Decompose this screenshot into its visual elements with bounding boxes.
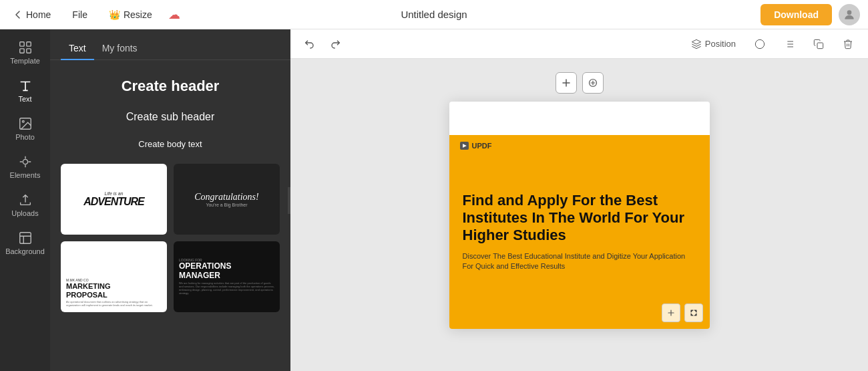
operations-body-text: We are looking for managing activities t…: [179, 281, 274, 295]
sidebar-item-background[interactable]: Background: [3, 225, 47, 261]
trash-icon: [843, 39, 853, 49]
canvas-document: ▶ UPDF Find and Apply For the Best Insti…: [449, 102, 710, 329]
template-congrats[interactable]: Congratulations! You're a Big Brother: [174, 164, 280, 235]
sidebar-elements-label: Elements: [10, 171, 41, 179]
download-button[interactable]: Download: [761, 4, 832, 25]
align-icon: [784, 39, 795, 49]
photo-icon: [18, 116, 33, 131]
adventure-main-text: Adventure: [83, 196, 144, 208]
background-icon: [18, 231, 33, 245]
icon-sidebar: Template Text Photo Elements Uploads Bac…: [0, 29, 50, 371]
add-buttons-row: [556, 72, 604, 94]
plus-circle-icon: [588, 78, 598, 88]
tab-myfonts[interactable]: My fonts: [94, 37, 146, 60]
sidebar-item-uploads[interactable]: Uploads: [3, 187, 47, 223]
tab-text[interactable]: Text: [61, 37, 94, 60]
sidebar-template-label: Template: [10, 57, 40, 65]
duplicate-button[interactable]: [807, 36, 831, 52]
canvas-area: Position: [290, 29, 868, 371]
topbar-right: Download: [583, 4, 860, 25]
canvas-toolbar: Position: [290, 29, 868, 59]
create-body-option[interactable]: Create body text: [61, 132, 280, 156]
topbar-left: Home File 👑 Resize ☁: [8, 7, 285, 23]
sidebar-item-photo[interactable]: Photo: [3, 111, 47, 146]
design-logo: ▶ UPDF: [460, 142, 492, 150]
chevron-left-icon: [13, 10, 23, 19]
sidebar-photo-label: Photo: [15, 133, 35, 141]
logo-badge: ▶: [460, 142, 469, 150]
zoom-in-icon: [667, 309, 675, 317]
sidebar-item-elements[interactable]: Elements: [3, 149, 47, 184]
doc-zoom-in-button[interactable]: [662, 303, 680, 322]
template-adventure[interactable]: Life is an Adventure: [61, 164, 167, 235]
arrange-button[interactable]: [748, 36, 772, 52]
svg-point-6: [22, 120, 24, 122]
avatar-icon: [843, 8, 856, 21]
create-subheader-option[interactable]: Create sub header: [61, 104, 280, 130]
canvas-doc-actions: [662, 303, 703, 322]
panel-content: Create header Create sub header Create b…: [50, 60, 290, 371]
template-grid: Life is an Adventure Congratulations! Yo…: [61, 164, 280, 312]
add-media-button[interactable]: [582, 72, 604, 94]
file-button[interactable]: File: [67, 7, 93, 23]
template-marketing[interactable]: M.MK AND CO MARKETING PROPOSAL An operat…: [61, 241, 167, 312]
sidebar-item-text[interactable]: Text: [3, 73, 47, 108]
congrats-card-content: Congratulations! You're a Big Brother: [174, 164, 280, 235]
marketing-title1-text: MARKETING: [66, 282, 162, 290]
align-button[interactable]: [777, 36, 801, 52]
plus-icon: [562, 78, 571, 88]
template-operations[interactable]: LOOKING FOR OPERATIONSMANAGER We are loo…: [174, 241, 280, 312]
undo-icon: [304, 39, 314, 49]
home-button[interactable]: Home: [8, 7, 56, 23]
congrats-sub-text: You're a Big Brother: [206, 203, 247, 207]
layers-icon: [691, 39, 702, 49]
design-heading: Find and Apply For the Best Institutes I…: [463, 192, 696, 245]
design-body: Discover The Best Educational Institute …: [463, 251, 696, 272]
marketing-body-text: An operational document that outlines an…: [66, 300, 162, 307]
main-layout: Template Text Photo Elements Uploads Bac…: [0, 29, 868, 371]
adventure-card-content: Life is an Adventure: [61, 164, 167, 235]
panel-tabs: Text My fonts: [50, 29, 290, 60]
toolbar-right: Position: [684, 36, 860, 52]
doc-action-button[interactable]: [684, 303, 703, 322]
user-avatar[interactable]: [839, 4, 860, 25]
sidebar-background-label: Background: [5, 247, 45, 255]
logo-text: UPDF: [472, 142, 492, 150]
delete-button[interactable]: [836, 36, 860, 52]
redo-button[interactable]: [325, 36, 347, 52]
upload-icon: [18, 193, 33, 207]
elements-icon: [18, 154, 33, 169]
sidebar-uploads-label: Uploads: [11, 209, 38, 217]
document-title: Untitled design: [401, 9, 467, 20]
panel: Text My fonts Create header Create sub h…: [50, 29, 290, 371]
svg-point-9: [755, 39, 764, 48]
canvas-viewport[interactable]: ▶ UPDF Find and Apply For the Best Insti…: [290, 59, 868, 371]
svg-rect-2: [26, 42, 30, 46]
duplicate-icon: [813, 39, 824, 49]
svg-rect-8: [19, 233, 31, 244]
design-card: ▶ UPDF Find and Apply For the Best Insti…: [449, 135, 710, 329]
svg-rect-1: [19, 42, 23, 46]
svg-rect-3: [19, 49, 23, 53]
svg-rect-10: [817, 43, 823, 49]
expand-icon: [690, 309, 698, 317]
svg-rect-4: [26, 49, 30, 53]
add-element-button[interactable]: [556, 72, 577, 94]
topbar: Home File 👑 Resize ☁ Untitled design Dow…: [0, 0, 868, 29]
topbar-center: Untitled design: [296, 9, 573, 20]
svg-point-0: [847, 10, 852, 15]
svg-point-7: [23, 159, 27, 164]
text-icon: [18, 78, 33, 93]
sidebar-item-template[interactable]: Template: [3, 35, 47, 70]
position-button[interactable]: Position: [684, 36, 742, 52]
crown-icon: 👑: [109, 9, 120, 20]
grid-icon: [18, 40, 33, 55]
create-header-option[interactable]: Create header: [61, 71, 280, 102]
operations-title-text: OPERATIONSMANAGER: [179, 262, 274, 279]
arrange-icon: [754, 39, 765, 49]
sidebar-text-label: Text: [18, 95, 31, 103]
cloud-icon: ☁: [168, 7, 180, 22]
panel-collapse-button[interactable]: ‹: [288, 187, 290, 214]
undo-button[interactable]: [298, 36, 320, 52]
resize-button[interactable]: 👑 Resize: [103, 7, 158, 23]
